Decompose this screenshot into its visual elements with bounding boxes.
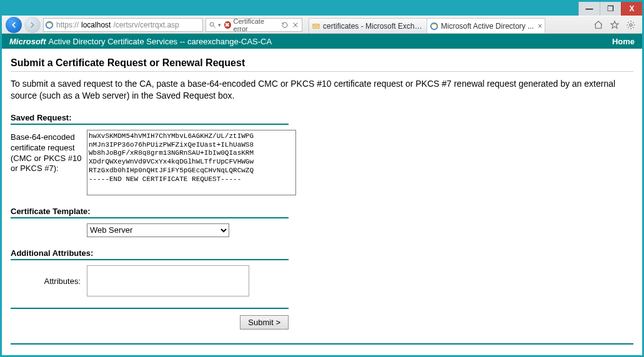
arrow-left-icon bbox=[9, 21, 18, 29]
title-divider bbox=[11, 71, 633, 72]
attributes-textarea[interactable] bbox=[87, 265, 249, 296]
section-divider bbox=[11, 124, 289, 125]
template-section-label: Certificate Template: bbox=[11, 207, 633, 216]
home-icon[interactable] bbox=[593, 20, 603, 30]
address-url-host: localhost bbox=[81, 21, 111, 29]
template-row: Web Server bbox=[11, 223, 633, 237]
window-minimize-button[interactable]: — bbox=[578, 2, 600, 16]
saved-request-textarea[interactable] bbox=[87, 130, 296, 195]
window-titlebar: — ❐ X bbox=[2, 2, 642, 16]
forward-button[interactable] bbox=[24, 17, 41, 33]
gear-icon[interactable] bbox=[626, 20, 636, 30]
tab-inactive[interactable]: certificates - Microsoft Exchange bbox=[309, 18, 427, 33]
browser-tabs: certificates - Microsoft Exchange Micros… bbox=[309, 16, 545, 33]
window-close-button[interactable]: X bbox=[621, 2, 642, 16]
attributes-label: Attributes: bbox=[11, 274, 83, 287]
browser-toolbar: https://localhost/certsrv/certrqxt.asp ▾… bbox=[2, 16, 642, 34]
page-title: Submit a Certificate Request or Renewal … bbox=[11, 57, 633, 69]
tab-active-label: Microsoft Active Directory ... bbox=[441, 22, 535, 31]
section-divider bbox=[11, 259, 289, 260]
tab-active[interactable]: Microsoft Active Directory ... × bbox=[427, 18, 545, 33]
toolbar-right-icons bbox=[593, 20, 638, 30]
saved-request-label: Saved Request: bbox=[11, 113, 633, 122]
address-url-prefix: https:// bbox=[56, 21, 79, 29]
submit-row: Submit > bbox=[11, 308, 289, 330]
page-banner: Microsoft Active Directory Certificate S… bbox=[2, 34, 642, 49]
certificate-template-select[interactable]: Web Server bbox=[87, 223, 229, 237]
stop-button[interactable] bbox=[292, 21, 299, 29]
b64-label: Base-64-encoded certificate request (CMC… bbox=[11, 130, 83, 175]
attributes-row: Attributes: bbox=[11, 265, 633, 296]
mail-icon bbox=[312, 22, 320, 31]
home-link[interactable]: Home bbox=[612, 37, 635, 46]
address-bar[interactable]: https://localhost/certsrv/certrqxt.asp bbox=[43, 18, 203, 32]
tab-inactive-label: certificates - Microsoft Exchange bbox=[323, 22, 424, 31]
chevron-down-icon: ▾ bbox=[218, 22, 221, 28]
ie-icon bbox=[45, 21, 54, 29]
svg-rect-5 bbox=[313, 24, 320, 28]
certificate-error-indicator[interactable]: ✖ Certificate error bbox=[224, 17, 275, 32]
svg-point-1 bbox=[210, 22, 214, 26]
svg-point-7 bbox=[630, 24, 632, 26]
search-identity-box[interactable]: ▾ ✖ Certificate error bbox=[206, 18, 302, 32]
refresh-button[interactable] bbox=[281, 21, 289, 29]
section-divider bbox=[11, 217, 289, 218]
cert-error-label: Certificate error bbox=[234, 17, 275, 32]
svg-line-2 bbox=[214, 26, 215, 27]
ie-icon bbox=[430, 22, 438, 31]
page-description: To submit a saved request to the CA, pas… bbox=[11, 78, 633, 102]
banner-brand: Microsoft bbox=[9, 37, 46, 46]
address-url-path: /certsrv/certrqxt.asp bbox=[113, 21, 179, 29]
template-spacer bbox=[11, 223, 83, 226]
arrow-right-icon bbox=[28, 21, 37, 29]
banner-title: Microsoft Active Directory Certificate S… bbox=[9, 37, 272, 46]
banner-rest: Active Directory Certificate Services --… bbox=[49, 37, 272, 46]
submit-button[interactable]: Submit > bbox=[240, 315, 289, 330]
additional-attributes-label: Additional Attributes: bbox=[11, 248, 633, 258]
bottom-divider bbox=[11, 343, 633, 345]
tab-close-button[interactable]: × bbox=[538, 22, 542, 31]
window-maximize-button[interactable]: ❐ bbox=[600, 2, 621, 16]
saved-request-row: Base-64-encoded certificate request (CMC… bbox=[11, 130, 633, 195]
back-button[interactable] bbox=[6, 17, 22, 33]
search-icon bbox=[209, 21, 216, 29]
favorites-icon[interactable] bbox=[610, 20, 620, 30]
page-content: Submit a Certificate Request or Renewal … bbox=[2, 49, 642, 345]
cert-error-icon: ✖ bbox=[224, 21, 231, 29]
